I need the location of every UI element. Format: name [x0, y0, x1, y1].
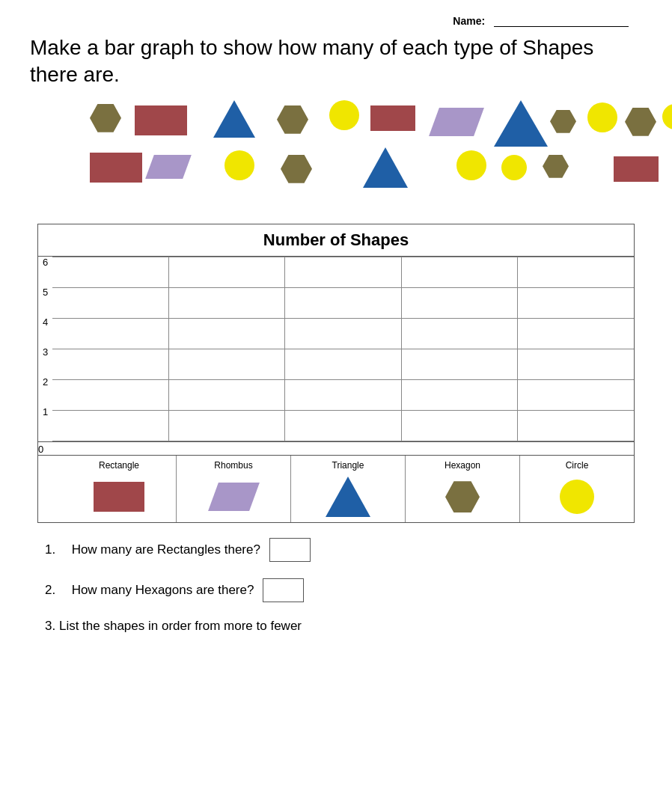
instructions-text: Make a bar graph to show how many of eac… — [30, 34, 642, 89]
grid-cell — [52, 411, 169, 441]
scatter-hexagon — [281, 155, 312, 183]
question-2-number: 2. — [45, 583, 55, 598]
shape-name-circle: Circle — [566, 460, 589, 471]
grid-cell — [52, 257, 169, 287]
scatter-circle — [662, 104, 672, 129]
scatter-rhombus — [434, 108, 479, 136]
bar-graph: Number of Shapes 6 5 4 3 2 1 — [37, 224, 635, 523]
grid-cell — [285, 288, 402, 318]
rectangle-icon — [94, 482, 144, 512]
grid-cell — [285, 380, 402, 410]
rhombus-icon — [208, 483, 260, 511]
scatter-circle — [224, 150, 254, 180]
grid-cell — [518, 257, 634, 287]
grid-cell — [518, 411, 634, 441]
grid-cell — [285, 257, 402, 287]
shape-icon-rhombus — [213, 477, 254, 518]
scatter-rhombus — [150, 155, 187, 179]
grid-cell — [402, 411, 519, 441]
scatter-triangle — [363, 147, 408, 188]
grid-row-1 — [52, 411, 634, 441]
grid-cell — [402, 257, 519, 287]
grid-cell — [169, 380, 286, 410]
graph-body: 6 5 4 3 2 1 — [38, 257, 634, 441]
grid-cell — [518, 319, 634, 349]
grid-row-3 — [52, 349, 634, 380]
grid-cell — [169, 288, 286, 318]
grid-cell — [518, 380, 634, 410]
questions-section: 1. How many are Rectangles there? 2. How… — [45, 538, 627, 634]
shape-label-rhombus: Rhombus — [177, 456, 291, 522]
name-field: Name: — [30, 15, 642, 27]
question-1: 1. How many are Rectangles there? — [45, 538, 627, 562]
grid-cell — [169, 257, 286, 287]
question-3-text: List the shapes in order from more to fe… — [59, 619, 302, 633]
y-axis: 6 5 4 3 2 1 — [38, 257, 52, 436]
graph-grid — [52, 257, 634, 441]
y-label-4: 4 — [43, 316, 48, 346]
scatter-triangle — [494, 100, 548, 147]
y-label-2: 2 — [43, 376, 48, 406]
question-2: 2. How many Hexagons are there? — [45, 578, 627, 602]
grid-cell — [285, 319, 402, 349]
grid-cell — [52, 349, 169, 379]
grid-cell — [402, 288, 519, 318]
grid-rows — [52, 257, 634, 441]
scatter-circle — [501, 155, 527, 180]
zero-and-labels-row: 0 — [38, 441, 634, 455]
grid-cell — [52, 380, 169, 410]
shape-name-rhombus: Rhombus — [214, 460, 252, 471]
scatter-hexagon — [625, 108, 656, 136]
scatter-hexagon — [550, 110, 576, 133]
shape-icon-rectangle — [94, 477, 144, 518]
shape-icon-circle — [560, 477, 594, 518]
shapes-scatter-area — [30, 97, 642, 216]
question-2-text: How many Hexagons are there? — [64, 583, 254, 598]
grid-cell — [52, 319, 169, 349]
shape-label-hexagon: Hexagon — [406, 456, 520, 522]
shape-label-circle: Circle — [520, 456, 634, 522]
question-1-answer-box[interactable] — [269, 538, 311, 562]
shape-icon-hexagon — [445, 477, 480, 518]
grid-cell — [402, 380, 519, 410]
scatter-rectangle — [90, 153, 142, 183]
scatter-hexagon — [90, 104, 121, 132]
grid-cell — [169, 349, 286, 379]
grid-row-2 — [52, 380, 634, 411]
grid-cell — [169, 411, 286, 441]
y-label-6: 6 — [43, 257, 48, 287]
shape-label-rectangle: Rectangle — [62, 456, 177, 522]
hexagon-icon — [445, 481, 480, 512]
scatter-rectangle — [370, 105, 415, 131]
y-label-5: 5 — [43, 287, 48, 316]
grid-cell — [518, 349, 634, 379]
y-label-3: 3 — [43, 346, 48, 376]
y-label-1: 1 — [43, 406, 48, 436]
grid-cell — [402, 319, 519, 349]
zero-line — [62, 441, 634, 455]
question-1-text: How many are Rectangles there? — [64, 542, 260, 557]
scatter-rectangle — [135, 105, 187, 135]
question-3: 3. List the shapes in order from more to… — [45, 619, 627, 634]
grid-cell — [285, 411, 402, 441]
shape-name-triangle: Triangle — [332, 460, 364, 471]
scatter-hexagon — [277, 105, 308, 134]
graph-title: Number of Shapes — [38, 224, 634, 257]
shape-label-triangle: Triangle — [291, 456, 406, 522]
grid-row-5 — [52, 288, 634, 319]
scatter-hexagon — [543, 155, 569, 178]
y-label-0: 0 — [38, 441, 62, 455]
question-2-answer-box[interactable] — [263, 578, 304, 602]
scatter-circle — [329, 100, 359, 130]
shape-icon-triangle — [326, 477, 370, 518]
triangle-icon — [326, 477, 370, 517]
scatter-circle — [587, 102, 617, 132]
grid-cell — [52, 288, 169, 318]
scatter-circle — [456, 150, 486, 180]
scatter-rectangle — [614, 156, 659, 182]
grid-row-6 — [52, 257, 634, 288]
shape-labels-row: Rectangle Rhombus Triangle Hexagon — [38, 455, 634, 522]
grid-row-4 — [52, 319, 634, 349]
name-label: Name: — [453, 15, 485, 27]
name-input-line[interactable] — [494, 26, 629, 27]
